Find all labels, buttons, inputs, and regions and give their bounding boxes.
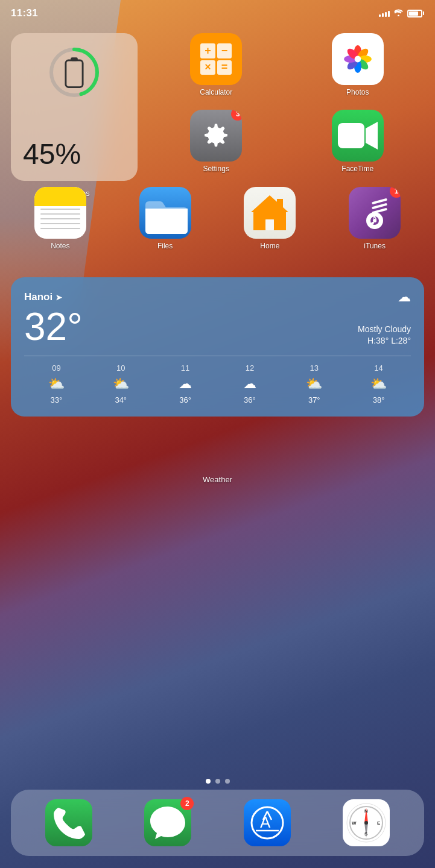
app-item-home[interactable]: Home (221, 187, 320, 250)
itunes-label: iTunes (364, 242, 386, 250)
dock: 2 A (11, 790, 424, 856)
app-item-itunes[interactable]: 1 ♪ iTunes (325, 187, 424, 250)
itunes-icon: 1 ♪ (349, 187, 401, 239)
battery-ring-container (23, 45, 125, 99)
app-grid-row1: + − × = Calculator (150, 33, 424, 173)
page-dot-0[interactable] (206, 779, 211, 784)
app-item-files[interactable]: Files (116, 187, 215, 250)
photos-label: Photos (346, 88, 369, 96)
files-icon (139, 187, 191, 239)
signal-icon (379, 10, 390, 17)
settings-icon: 3 (190, 110, 242, 162)
weather-cloud-icon: ☁ (398, 289, 411, 305)
svg-rect-16 (277, 199, 283, 210)
dock-item-phone[interactable] (45, 799, 92, 846)
status-time: 11:31 (11, 7, 38, 19)
settings-badge: 3 (231, 110, 242, 121)
battery-icon (407, 10, 424, 17)
svg-point-12 (354, 56, 361, 63)
facetime-icon (332, 110, 384, 162)
svg-text:S: S (364, 831, 368, 837)
app-item-notes[interactable]: Notes (11, 187, 110, 250)
location-arrow-icon: ➤ (56, 293, 62, 302)
svg-point-35 (364, 821, 368, 825)
files-label: Files (157, 242, 173, 250)
calculator-icon: + − × = (190, 33, 242, 85)
weather-condition: Mostly Cloudy (358, 324, 411, 336)
weather-location: Hanoi ➤ (24, 291, 62, 303)
svg-rect-13 (338, 123, 364, 148)
battery-percent: 45% (23, 138, 81, 170)
weather-forecast: 09 ⛅ 33° 10 ⛅ 34° 11 ☁ 36° 12 ☁ 36° 13 ⛅ (24, 356, 411, 404)
dock-item-messages[interactable]: 2 (144, 799, 191, 846)
svg-marker-14 (366, 122, 378, 149)
app-item-facetime[interactable]: FaceTime (291, 110, 425, 173)
itunes-badge: 1 (390, 187, 401, 198)
settings-label: Settings (203, 165, 229, 173)
status-bar: 11:31 (0, 0, 435, 27)
calculator-label: Calculator (200, 88, 232, 96)
weather-description: Mostly Cloudy H:38° L:28° (358, 324, 411, 347)
batteries-widget[interactable]: 45% (11, 33, 138, 181)
forecast-item-5: 14 ⛅ 38° (346, 363, 411, 404)
weather-label: Weather (11, 475, 424, 484)
svg-text:E: E (377, 820, 381, 826)
safari-icon: N S W E (343, 799, 390, 846)
forecast-item-2: 11 ☁ 36° (153, 363, 218, 404)
svg-rect-17 (265, 219, 274, 230)
messages-icon: 2 (144, 799, 191, 846)
photos-icon (332, 33, 384, 85)
forecast-item-4: 13 ⛅ 37° (282, 363, 346, 404)
page-dots (0, 779, 435, 784)
page-dot-1[interactable] (215, 779, 220, 784)
home-icon (244, 187, 296, 239)
app-item-calculator[interactable]: + − × = Calculator (150, 33, 283, 96)
weather-temperature: 32° (24, 307, 83, 346)
status-icons (379, 8, 424, 18)
svg-text:♪: ♪ (369, 209, 378, 228)
weather-header: Hanoi ➤ ☁ (24, 289, 411, 305)
page-dot-2[interactable] (225, 779, 230, 784)
weather-high: H:38° L:28° (358, 335, 411, 347)
forecast-item-3: 12 ☁ 36° (218, 363, 282, 404)
dock-item-safari[interactable]: N S W E (343, 799, 390, 846)
svg-rect-3 (71, 57, 78, 61)
home-label: Home (260, 242, 279, 250)
svg-text:W: W (352, 820, 357, 826)
wifi-icon (393, 8, 404, 18)
battery-ring (47, 45, 101, 99)
weather-widget[interactable]: Hanoi ➤ ☁ 32° Mostly Cloudy H:38° L:28° … (11, 277, 424, 417)
forecast-item-1: 10 ⛅ 34° (89, 363, 153, 404)
app-row2: Notes Files (11, 187, 424, 250)
svg-text:N: N (364, 808, 368, 814)
messages-badge: 2 (180, 797, 194, 810)
app-item-settings[interactable]: 3 Settings (150, 110, 283, 173)
facetime-label: FaceTime (341, 165, 373, 173)
notes-icon (34, 187, 86, 239)
appstore-icon: A (244, 799, 291, 846)
forecast-item-0: 09 ⛅ 33° (24, 363, 89, 404)
svg-rect-2 (66, 60, 83, 87)
weather-main-row: 32° Mostly Cloudy H:38° L:28° (24, 307, 411, 347)
phone-icon (45, 799, 92, 846)
notes-label: Notes (51, 242, 69, 250)
dock-item-appstore[interactable]: A (244, 799, 291, 846)
app-item-photos[interactable]: Photos (291, 33, 425, 96)
home-screen: 11:31 (0, 0, 435, 868)
